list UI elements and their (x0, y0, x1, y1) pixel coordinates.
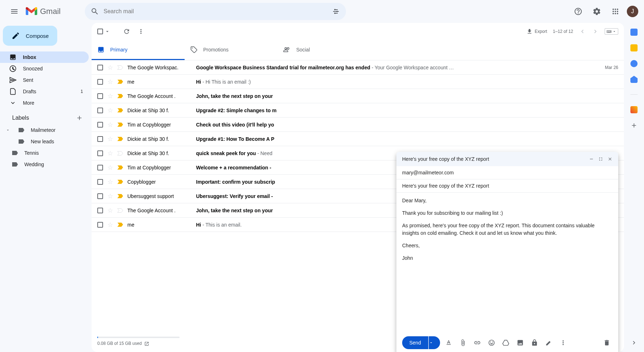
email-checkbox[interactable] (97, 108, 103, 113)
email-checkbox[interactable] (97, 222, 103, 228)
emoji-icon[interactable] (486, 337, 497, 348)
main-menu-button[interactable] (6, 3, 23, 20)
search-input[interactable] (103, 8, 327, 15)
nav-more[interactable]: More (0, 97, 89, 109)
important-marker-icon[interactable] (117, 165, 123, 170)
attach-icon[interactable] (457, 337, 469, 348)
star-icon[interactable]: ☆ (107, 207, 113, 214)
star-icon[interactable]: ☆ (107, 92, 113, 100)
important-marker-icon[interactable] (117, 65, 123, 70)
calendar-icon[interactable] (630, 29, 638, 36)
email-checkbox[interactable] (97, 208, 103, 213)
star-icon[interactable]: ☆ (107, 135, 113, 143)
select-all-checkbox[interactable] (97, 29, 103, 34)
select-all[interactable] (97, 29, 110, 34)
search-bar[interactable] (85, 3, 346, 20)
important-marker-icon[interactable] (117, 80, 123, 84)
tab-social[interactable]: Social (278, 40, 371, 60)
account-avatar[interactable]: J (627, 6, 638, 17)
star-icon[interactable]: ☆ (107, 64, 113, 71)
image-icon[interactable] (514, 337, 526, 348)
star-icon[interactable]: ☆ (107, 178, 113, 186)
email-checkbox[interactable] (97, 93, 103, 99)
keep-icon[interactable] (630, 44, 638, 51)
important-marker-icon[interactable] (117, 223, 123, 227)
email-row[interactable]: ☆ Dickie at Ship 30 f. Upgrade #1: How T… (92, 132, 624, 146)
compose-to-field[interactable]: mary@mailmeteor.com (396, 166, 618, 179)
email-checkbox[interactable] (97, 193, 103, 199)
compose-titlebar[interactable]: Here's your free copy of the XYZ report (396, 152, 618, 166)
star-icon[interactable]: ☆ (107, 106, 113, 114)
prev-page-icon[interactable] (579, 28, 586, 35)
minimize-icon[interactable] (589, 157, 594, 162)
label-tennis[interactable]: Tennis (3, 147, 89, 159)
nav-snoozed[interactable]: Snoozed (0, 63, 89, 74)
signature-icon[interactable] (543, 337, 555, 348)
next-page-icon[interactable] (592, 28, 599, 35)
compose-subject-field[interactable]: Here's your free copy of the XYZ report (396, 179, 618, 193)
refresh-icon[interactable] (123, 28, 130, 35)
compose-body[interactable]: Dear Mary, Thank you for subscribing to … (396, 193, 618, 333)
nav-drafts[interactable]: Drafts1 (0, 86, 89, 97)
important-marker-icon[interactable] (117, 208, 123, 213)
drive-icon[interactable] (500, 337, 512, 348)
tab-primary[interactable]: Primary (92, 40, 185, 60)
star-icon[interactable]: ☆ (107, 221, 113, 229)
important-marker-icon[interactable] (117, 194, 123, 198)
email-row[interactable]: ☆ Dickie at Ship 30 f. Upgrade #2: Simpl… (92, 103, 624, 118)
email-row[interactable]: ☆ Tim at Copyblogger Check out this vide… (92, 118, 624, 132)
tasks-icon[interactable] (630, 60, 638, 67)
important-marker-icon[interactable] (117, 94, 123, 98)
important-marker-icon[interactable] (117, 180, 123, 184)
add-addon-icon[interactable] (630, 122, 638, 129)
label-wedding[interactable]: Wedding (3, 159, 89, 170)
star-icon[interactable]: ☆ (107, 164, 113, 172)
settings-button[interactable] (590, 4, 604, 19)
input-tool-button[interactable]: ⌨ (605, 28, 618, 35)
more-options-icon[interactable] (557, 337, 569, 348)
link-icon[interactable] (472, 337, 483, 348)
email-row[interactable]: ☆ The Google Account . John, take the ne… (92, 89, 624, 103)
important-marker-icon[interactable] (117, 123, 123, 127)
export-button[interactable]: Export (526, 28, 547, 35)
email-checkbox[interactable] (97, 136, 103, 142)
support-button[interactable] (571, 4, 585, 19)
nav-inbox[interactable]: Inbox (0, 51, 89, 63)
email-checkbox[interactable] (97, 122, 103, 128)
confidential-icon[interactable] (529, 337, 540, 348)
email-checkbox[interactable] (97, 79, 103, 85)
open-new-icon[interactable] (144, 341, 149, 346)
nav-sent[interactable]: Sent (0, 74, 89, 86)
star-icon[interactable]: ☆ (107, 78, 113, 86)
more-icon[interactable] (137, 28, 145, 35)
format-icon[interactable] (443, 337, 454, 348)
email-row[interactable]: ☆ The Google Workspac. Google Workspace … (92, 60, 624, 75)
compose-button[interactable]: Compose (3, 26, 57, 46)
important-marker-icon[interactable] (117, 151, 123, 155)
star-icon[interactable]: ☆ (107, 192, 113, 200)
add-label-icon[interactable] (76, 114, 83, 122)
discard-icon[interactable] (601, 337, 613, 348)
collapse-panel-icon[interactable] (630, 339, 638, 346)
send-options-button[interactable] (429, 336, 440, 349)
email-checkbox[interactable] (97, 150, 103, 156)
star-icon[interactable]: ☆ (107, 149, 113, 157)
gmail-logo[interactable]: Gmail (26, 7, 60, 16)
email-checkbox[interactable] (97, 65, 103, 70)
important-marker-icon[interactable] (117, 137, 123, 141)
label-new-leads[interactable]: New leads (3, 136, 89, 147)
send-button[interactable]: Send (402, 336, 428, 349)
email-checkbox[interactable] (97, 179, 103, 185)
email-checkbox[interactable] (97, 165, 103, 170)
fullscreen-icon[interactable] (598, 157, 603, 162)
tab-promotions[interactable]: Promotions (185, 40, 278, 60)
important-marker-icon[interactable] (117, 108, 123, 113)
label-mailmeteor[interactable]: Mailmeteor (3, 124, 89, 136)
star-icon[interactable]: ☆ (107, 121, 113, 129)
chevron-down-icon[interactable] (104, 29, 110, 34)
search-options-icon[interactable] (332, 7, 340, 16)
apps-button[interactable] (608, 4, 623, 19)
email-row[interactable]: ☆ me Hi - Hi This is an email :) (92, 75, 624, 89)
close-icon[interactable] (608, 157, 613, 162)
contacts-icon[interactable] (630, 76, 638, 83)
